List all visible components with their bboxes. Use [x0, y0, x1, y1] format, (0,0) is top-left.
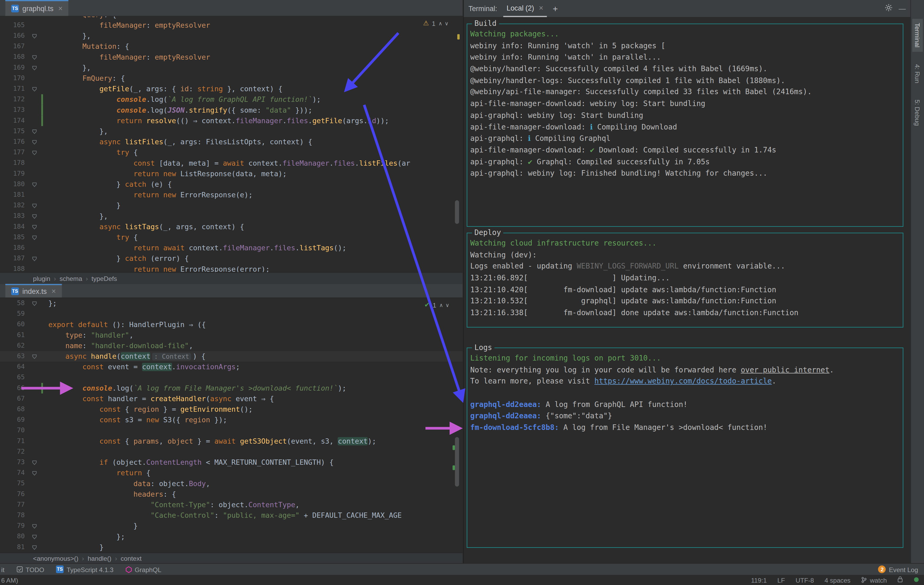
warning-stripe-mark[interactable] — [457, 34, 460, 40]
code-line[interactable]: 174 return resolve(() ⇒ context.fileMana… — [0, 115, 462, 126]
breadcrumb-item[interactable]: context — [120, 555, 142, 562]
line-number[interactable]: 168 — [0, 52, 27, 63]
code-line[interactable]: 171 getFile(_, args: { id: string }, con… — [0, 84, 462, 94]
code-text[interactable]: FmQuery: { — [43, 73, 125, 84]
line-number[interactable]: 175 — [0, 126, 27, 137]
code-line[interactable]: 177 try { — [0, 147, 462, 158]
code-line[interactable]: 180 } catch (e) { — [0, 179, 462, 190]
code-line[interactable]: 80 }; — [0, 531, 462, 542]
code-text[interactable]: console.log(JSON.stringify({ some: "data… — [43, 105, 312, 115]
code-text[interactable]: "Cache-Control": "public, max-age=" + DE… — [43, 510, 402, 521]
close-icon[interactable]: × — [51, 287, 56, 296]
line-number[interactable]: 184 — [0, 222, 27, 232]
code-line[interactable]: 187 } catch (error) { — [0, 253, 462, 264]
code-text[interactable]: } — [43, 200, 120, 211]
line-number[interactable]: 58 — [0, 298, 27, 308]
line-number[interactable]: 60 — [0, 320, 27, 330]
code-line[interactable]: 76 headers: { — [0, 489, 462, 499]
toolwindow-run[interactable]: 4: Run — [912, 60, 923, 87]
change-stripe-mark[interactable] — [452, 465, 455, 470]
line-number[interactable]: 188 — [0, 264, 27, 272]
gutter-marker-icon[interactable] — [27, 372, 41, 383]
gutter-marker-icon[interactable] — [27, 41, 41, 52]
line-number[interactable]: 66 — [0, 383, 27, 394]
line-number[interactable]: 65 — [0, 372, 27, 383]
code-line[interactable]: 79 } — [0, 521, 462, 531]
line-number[interactable]: 178 — [0, 158, 27, 168]
line-number[interactable]: 81 — [0, 542, 27, 552]
line-number[interactable]: 186 — [0, 243, 27, 253]
todo-widget[interactable]: TODO — [16, 566, 44, 573]
line-number[interactable]: 72 — [0, 447, 27, 457]
gutter-marker-icon[interactable] — [27, 94, 41, 105]
code-text[interactable]: export default (): HandlerPlugin ⇒ ({ — [43, 320, 206, 330]
lock-icon[interactable] — [898, 576, 903, 584]
gutter-marker-icon[interactable] — [27, 190, 41, 200]
code-line[interactable]: 181 return new ErrorResponse(e); — [0, 190, 462, 200]
gutter-marker-icon[interactable] — [27, 115, 41, 126]
code-line[interactable]: 69 const s3 = new S3({ region }); — [0, 415, 462, 425]
code-line[interactable]: 64 const event = context.invocationArgs; — [0, 362, 462, 372]
gutter-marker-icon[interactable] — [27, 457, 41, 468]
prev-next-chevrons[interactable]: ∧∨ — [439, 302, 452, 308]
code-text[interactable]: return new ErrorResponse(e); — [43, 190, 253, 200]
gutter-marker-icon[interactable] — [27, 243, 41, 253]
code-line[interactable]: 166 }, — [0, 31, 462, 41]
code-line[interactable]: 73 if (object.ContentLength < MAX_RETURN… — [0, 457, 462, 468]
gutter-marker-icon[interactable] — [27, 63, 41, 73]
line-number[interactable]: 187 — [0, 253, 27, 264]
code-line[interactable]: 184 async listTags(_, args, context) { — [0, 222, 462, 232]
gutter-marker-icon[interactable] — [27, 489, 41, 499]
gutter-marker-icon[interactable] — [27, 351, 41, 362]
tab-index-ts[interactable]: TS index.ts × — [5, 284, 62, 297]
code-text[interactable]: try { — [43, 147, 138, 158]
gutter-marker-icon[interactable] — [27, 499, 41, 510]
scrollbar-thumb-bottom[interactable] — [455, 437, 459, 487]
gutter-marker-icon[interactable] — [27, 105, 41, 115]
code-text[interactable]: fileManager: emptyResolver — [43, 52, 210, 63]
code-text[interactable]: } — [43, 521, 138, 531]
caret-position[interactable]: 119:1 — [751, 576, 767, 583]
code-line[interactable]: 165 fileManager: emptyResolver — [0, 20, 462, 31]
gear-icon[interactable] — [884, 3, 893, 13]
code-line[interactable]: 63 async handle(context: Context) { — [0, 351, 462, 362]
code-text[interactable]: const { region } = getEnvironment(); — [43, 404, 253, 415]
code-text[interactable] — [43, 308, 48, 319]
code-line[interactable]: 77 "Content-Type": object.ContentType, — [0, 499, 462, 510]
line-number[interactable]: 69 — [0, 415, 27, 425]
line-number[interactable]: 165 — [0, 20, 27, 31]
breadcrumb-item[interactable]: plugin — [33, 275, 50, 282]
gutter-marker-icon[interactable] — [27, 20, 41, 31]
indicator-icon[interactable] — [913, 576, 919, 583]
code-line[interactable]: 168 fileManager: emptyResolver — [0, 52, 462, 63]
gutter-marker-icon[interactable] — [27, 137, 41, 147]
gutter-marker-icon[interactable] — [27, 73, 41, 84]
breadcrumb-item[interactable]: <anonymous>() — [33, 555, 78, 562]
line-number[interactable]: 180 — [0, 179, 27, 190]
line-number[interactable]: 79 — [0, 521, 27, 531]
graphql-widget[interactable]: GraphQL — [125, 566, 162, 573]
gutter-marker-icon[interactable] — [27, 200, 41, 211]
code-text[interactable]: }; — [43, 531, 125, 542]
close-icon[interactable]: × — [539, 3, 543, 12]
event-log-widget[interactable]: 2 Event Log — [878, 565, 918, 573]
gutter-marker-icon[interactable] — [27, 341, 41, 351]
gutter-marker-icon[interactable] — [27, 542, 41, 552]
code-text[interactable]: const [data, meta] = await context.fileM… — [43, 158, 410, 168]
line-number[interactable]: 183 — [0, 211, 27, 222]
code-text[interactable]: }, — [43, 31, 91, 41]
gutter-marker-icon[interactable] — [27, 447, 41, 457]
code-line[interactable]: 186 return await context.fileManager.fil… — [0, 243, 462, 253]
line-number[interactable]: 70 — [0, 425, 27, 436]
change-stripe-mark[interactable] — [452, 445, 455, 450]
editor-pane-index[interactable]: 58};5960export default (): HandlerPlugin… — [0, 298, 462, 552]
gutter-marker-icon[interactable] — [27, 158, 41, 168]
line-number[interactable]: 77 — [0, 499, 27, 510]
gutter-marker-icon[interactable] — [27, 308, 41, 319]
code-text[interactable]: return { — [43, 468, 150, 478]
code-text[interactable]: Mutation: { — [43, 41, 129, 52]
gutter-marker-icon[interactable] — [27, 211, 41, 222]
gutter-marker-icon[interactable] — [27, 126, 41, 137]
line-number[interactable]: 80 — [0, 531, 27, 542]
line-number[interactable]: 71 — [0, 436, 27, 447]
